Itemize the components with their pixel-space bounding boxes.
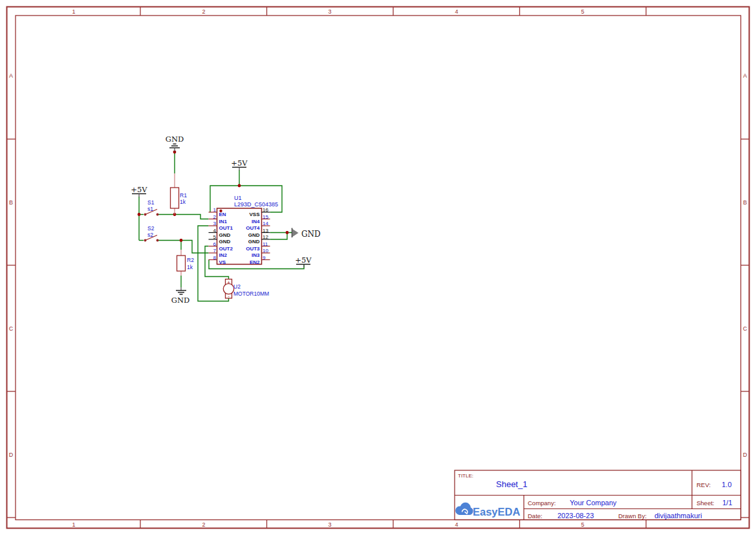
pin-name: EN (219, 212, 226, 217)
frame-row-label: C (9, 325, 14, 332)
date-label: Date: (528, 512, 543, 519)
frame-row-label: D (743, 452, 748, 458)
sheet-title[interactable]: Sheet_1 (496, 479, 527, 489)
pin-name: VS (219, 259, 226, 265)
switch-s2[interactable]: S2 s2 (144, 225, 159, 241)
pin-name: GND (248, 232, 260, 238)
drawn-by-label: Drawn By: (618, 512, 647, 519)
r1-value[interactable]: 1k (180, 199, 186, 205)
u2-ref[interactable]: U2 (233, 283, 241, 290)
rev-label: REV: (697, 481, 711, 488)
resistor-r1[interactable]: R1 1k (171, 173, 188, 215)
s2-value[interactable]: s2 (147, 232, 153, 238)
pin-number: 9 (263, 255, 266, 261)
frame-col-label: 3 (328, 521, 331, 528)
pin-number: 6 (213, 241, 217, 247)
s1-ref[interactable]: S1 (147, 199, 155, 206)
u1-value[interactable]: L293D_C504385 (234, 201, 278, 208)
pin-name: GND (219, 239, 231, 245)
r2-ref[interactable]: R2 (187, 257, 194, 263)
company-value[interactable]: Your Company (570, 499, 617, 507)
pin-name: IN2 (219, 252, 228, 258)
pin-name: OUT2 (219, 246, 233, 252)
s2-ref[interactable]: S2 (147, 225, 155, 232)
frame-row-label: B (743, 199, 747, 206)
motor-minus-terminal: - (228, 293, 230, 299)
pin-number: 8 (213, 255, 217, 261)
schematic-canvas[interactable]: 1 2 3 4 5 1 2 3 4 5 A B C D A B C D (0, 0, 756, 535)
netflag-5v-top[interactable]: +5V (231, 158, 248, 171)
junction-dot (286, 231, 289, 234)
wire-s1-to-in1[interactable] (158, 215, 209, 219)
pin-number: 11 (263, 241, 268, 247)
resistor-r2[interactable]: R2 1k (177, 250, 195, 276)
pin-name: EN2 (250, 259, 260, 265)
frame-row-label: A (9, 72, 13, 79)
netflag-gnd-top-label[interactable]: GND (166, 135, 184, 144)
pin-number: 4 (213, 228, 217, 234)
netflag-5v-top-label[interactable]: +5V (231, 158, 248, 168)
pin-name: IN1 (219, 219, 228, 224)
r1-ref[interactable]: R1 (180, 192, 187, 199)
switch-s1[interactable]: S1 s1 (144, 199, 159, 215)
u1-ref[interactable]: U1 (234, 195, 242, 201)
netflag-5v-right-label[interactable]: +5V (295, 256, 312, 265)
netflag-gnd-bottom-label[interactable]: GND (171, 296, 189, 305)
netflag-gnd-right[interactable]: GND (292, 228, 321, 239)
pin-name: OUT4 (246, 225, 260, 231)
frame-col-label: 5 (581, 521, 584, 528)
pin-number: 5 (213, 234, 217, 240)
frame-col-label: 2 (202, 8, 205, 15)
frame-col-label: 4 (455, 521, 458, 528)
title-label: TITLE: (458, 473, 473, 479)
easyeda-logo-text: EasyEDA (473, 506, 520, 518)
schematic-sheet[interactable]: 1 2 3 4 5 1 2 3 4 5 A B C D A B C D (0, 0, 756, 535)
netflag-gnd-right-label[interactable]: GND (301, 230, 321, 239)
wire-junction-to-in2[interactable] (181, 241, 209, 254)
frame-col-label: 2 (202, 521, 205, 528)
frame-row-label: C (743, 325, 748, 332)
frame-ticks (7, 7, 750, 529)
sheet-label: Sheet: (697, 499, 714, 507)
u2-value[interactable]: MOTOR10MM (233, 290, 269, 297)
pin-number: 1 (213, 207, 217, 213)
sheet-value[interactable]: 1/1 (722, 499, 732, 507)
frame-col-label: 1 (72, 8, 75, 15)
pin-name: GND (219, 232, 231, 238)
frame-row-label: A (743, 72, 747, 79)
frame-column-labels-top: 1 2 3 4 5 (72, 8, 584, 15)
drawn-by-value[interactable]: divijaathmakuri (654, 512, 702, 519)
pin-number: 12 (263, 234, 268, 240)
pin-number: 7 (213, 248, 217, 254)
date-value[interactable]: 2023-08-23 (557, 512, 594, 519)
ic-u1[interactable]: U1 L293D_C504385 1 2 3 4 5 6 7 8 (209, 195, 279, 265)
frame-row-label: B (9, 199, 13, 206)
netflag-gnd-bottom[interactable]: GND (171, 287, 189, 305)
junction-dot (180, 239, 183, 242)
motor-u2[interactable]: + - U2 MOTOR10MM (223, 279, 269, 300)
junction-dot (238, 184, 241, 188)
netflag-5v-left[interactable]: +5V (131, 185, 147, 197)
easyeda-logo: EasyEDA (455, 503, 520, 518)
frame-col-label: 3 (328, 8, 331, 15)
pin-number: 13 (263, 228, 268, 234)
frame-col-label: 5 (581, 8, 584, 15)
netflag-gnd-top[interactable]: GND (166, 135, 184, 151)
frame-row-label: D (9, 452, 14, 458)
frame-column-labels-bottom: 1 2 3 4 5 (72, 521, 584, 528)
wire-gnd12[interactable] (270, 233, 288, 240)
pin-number: 3 (213, 221, 217, 226)
easyeda-logo-cloud-icon (455, 503, 473, 515)
junction-dot (138, 213, 141, 216)
pin-number: 16 (263, 207, 268, 213)
motor-plus-terminal: + (227, 279, 230, 285)
netflag-5v-left-label[interactable]: +5V (131, 185, 147, 194)
pin-name: IN4 (252, 219, 260, 224)
pin-number: 15 (263, 214, 268, 220)
r2-value[interactable]: 1k (187, 264, 193, 270)
pin-number: 2 (213, 214, 217, 220)
u1-pin-numbers-left: 1 2 3 4 5 6 7 8 (213, 207, 217, 261)
s1-value[interactable]: s1 (147, 206, 153, 212)
rev-value[interactable]: 1.0 (722, 481, 731, 488)
frame-col-label: 4 (455, 8, 458, 15)
